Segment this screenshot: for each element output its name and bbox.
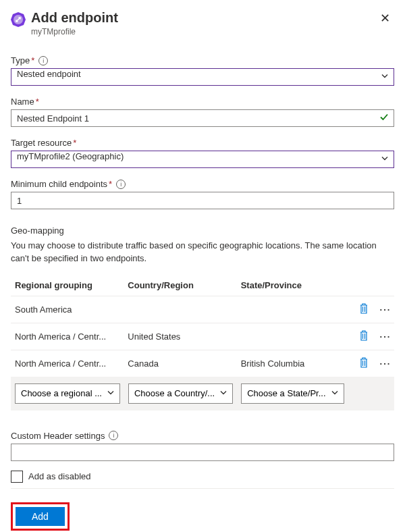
- target-resource-select[interactable]: myTMprofile2 (Geographic): [11, 151, 394, 168]
- name-input[interactable]: [11, 109, 394, 127]
- add-as-disabled-label: Add as disabled: [28, 471, 91, 481]
- type-select[interactable]: Nested endpoint: [11, 68, 394, 86]
- geo-description: You may choose to distribute traffic bas…: [11, 240, 394, 265]
- type-label: Type: [11, 55, 30, 65]
- geo-heading: Geo-mapping: [11, 225, 394, 236]
- col-state: State/Province: [241, 280, 351, 290]
- required-indicator: *: [109, 179, 112, 189]
- more-icon: ···: [380, 358, 392, 369]
- geo-region: North America / Centr...: [15, 358, 125, 369]
- region-chooser[interactable]: Choose a regional ...: [15, 383, 120, 404]
- trash-icon: [359, 357, 369, 370]
- row-more-button[interactable]: ···: [377, 331, 394, 342]
- trash-icon: [359, 303, 369, 316]
- row-more-button[interactable]: ···: [377, 304, 394, 315]
- geo-country: United States: [128, 331, 238, 342]
- more-icon: ···: [380, 331, 392, 342]
- geo-row: South America ···: [11, 296, 394, 323]
- target-resource-label: Target resource: [11, 138, 72, 148]
- custom-header-label: Custom Header settings: [11, 431, 105, 441]
- add-as-disabled-checkbox[interactable]: [11, 471, 23, 483]
- custom-header-input[interactable]: [11, 444, 394, 461]
- state-chooser[interactable]: Choose a State/Pr...: [241, 383, 344, 404]
- geo-country: Canada: [128, 358, 238, 369]
- required-indicator: *: [36, 97, 39, 107]
- add-button-highlight: Add: [11, 502, 70, 531]
- required-indicator: *: [31, 55, 34, 65]
- row-more-button[interactable]: ···: [377, 358, 394, 369]
- geo-row: North America / Centr... Canada British …: [11, 350, 394, 377]
- country-chooser[interactable]: Choose a Country/...: [128, 383, 233, 404]
- geo-state: British Columbia: [241, 358, 351, 369]
- page-subtitle: myTMprofile: [31, 27, 376, 36]
- geo-row: North America / Centr... United States ·…: [11, 323, 394, 350]
- min-child-label: Minimum child endpoints: [11, 179, 107, 189]
- geo-region: South America: [15, 304, 125, 315]
- geo-region: North America / Centr...: [15, 331, 125, 342]
- delete-row-button[interactable]: [354, 330, 374, 343]
- info-icon[interactable]: i: [109, 431, 118, 440]
- required-indicator: *: [73, 138, 76, 148]
- close-icon: ✕: [380, 11, 390, 25]
- delete-row-button[interactable]: [354, 303, 374, 316]
- info-icon[interactable]: i: [116, 180, 126, 189]
- min-child-input[interactable]: [11, 192, 394, 209]
- trash-icon: [359, 330, 369, 343]
- info-icon[interactable]: i: [38, 56, 48, 65]
- add-button[interactable]: Add: [16, 507, 65, 526]
- name-label: Name: [11, 97, 34, 107]
- more-icon: ···: [380, 304, 392, 315]
- page-title: Add endpoint: [31, 9, 376, 26]
- delete-row-button[interactable]: [354, 357, 374, 370]
- traffic-manager-icon: [11, 12, 26, 27]
- col-country: Country/Region: [128, 280, 238, 290]
- close-button[interactable]: ✕: [376, 9, 394, 27]
- col-region: Regional grouping: [15, 280, 125, 290]
